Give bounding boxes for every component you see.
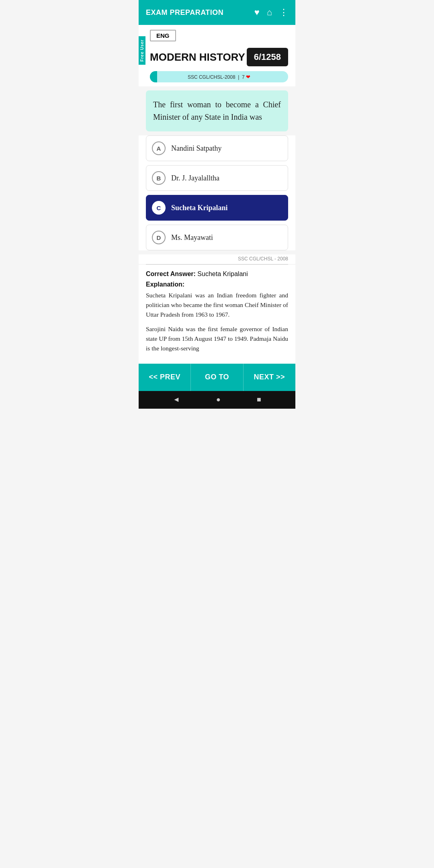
heart-icon[interactable]: ♥ bbox=[254, 7, 260, 18]
question-text: The first woman to become a Chief Minist… bbox=[153, 98, 281, 123]
next-button[interactable]: NEXT >> bbox=[244, 364, 295, 391]
correct-answer-value: Sucheta Kripalani bbox=[197, 270, 248, 277]
option-item-c[interactable]: C Sucheta Kripalani bbox=[146, 195, 288, 221]
bottom-nav: << PREV GO TO NEXT >> bbox=[139, 364, 295, 391]
android-nav-bar: ◄ ● ■ bbox=[139, 391, 295, 409]
top-bar: EXAM PREPARATION ♥ ⌂ ⋮ bbox=[139, 0, 295, 25]
language-button[interactable]: ENG bbox=[150, 30, 176, 41]
app-title: EXAM PREPARATION bbox=[146, 8, 223, 17]
progress-heart-icon: ❤ bbox=[246, 74, 250, 80]
option-label-b: Dr. J. Jayalalltha bbox=[171, 174, 219, 182]
option-circle-d: D bbox=[152, 231, 166, 244]
top-bar-icons: ♥ ⌂ ⋮ bbox=[254, 7, 288, 18]
option-label-a: Nandini Satpathy bbox=[171, 144, 221, 153]
progress-source: SSC CGL/CHSL-2008 bbox=[188, 74, 235, 80]
option-item-b[interactable]: B Dr. J. Jayalalltha bbox=[146, 165, 288, 191]
progress-label: SSC CGL/CHSL-2008 | 7 ❤ bbox=[188, 74, 250, 80]
free-user-badge: Free User bbox=[139, 36, 145, 65]
lang-row: ENG bbox=[139, 25, 295, 45]
android-recents-button[interactable]: ■ bbox=[257, 395, 261, 404]
title-row: MODERN HISTORY 6/1258 bbox=[139, 45, 295, 71]
goto-button[interactable]: GO TO bbox=[190, 364, 243, 391]
progress-bar: SSC CGL/CHSL-2008 | 7 ❤ bbox=[150, 71, 288, 82]
menu-icon[interactable]: ⋮ bbox=[279, 7, 288, 18]
option-item-d[interactable]: D Ms. Mayawati bbox=[146, 225, 288, 250]
explanation-area: Correct Answer: Sucheta Kripalani Explan… bbox=[139, 265, 295, 364]
question-count: 6/1258 bbox=[247, 48, 288, 66]
option-circle-a: A bbox=[152, 141, 166, 155]
option-label-d: Ms. Mayawati bbox=[171, 233, 213, 242]
correct-answer-line: Correct Answer: Sucheta Kripalani bbox=[146, 270, 288, 278]
explanation-text-1: Sucheta Kripalani was an Indian freedom … bbox=[146, 291, 288, 319]
progress-row: SSC CGL/CHSL-2008 | 7 ❤ bbox=[139, 71, 295, 86]
android-back-button[interactable]: ◄ bbox=[173, 395, 180, 404]
option-item-a[interactable]: A Nandini Satpathy bbox=[146, 135, 288, 161]
progress-fill bbox=[150, 71, 157, 82]
question-card: The first woman to become a Chief Minist… bbox=[146, 90, 288, 131]
option-circle-b: B bbox=[152, 171, 166, 185]
correct-answer-label: Correct Answer: bbox=[146, 270, 196, 277]
section-title: MODERN HISTORY bbox=[150, 51, 245, 63]
progress-likes: 7 bbox=[242, 74, 245, 80]
explanation-heading: Explanation: bbox=[146, 281, 288, 288]
prev-button[interactable]: << PREV bbox=[139, 364, 190, 391]
explanation-text-2: Sarojini Naidu was the first female gove… bbox=[146, 324, 288, 353]
source-footer: SSC CGL/CHSL - 2008 bbox=[139, 254, 295, 264]
options-area: A Nandini Satpathy B Dr. J. Jayalalltha … bbox=[139, 135, 295, 250]
home-icon[interactable]: ⌂ bbox=[267, 7, 272, 18]
option-circle-c: C bbox=[152, 201, 166, 215]
option-label-c: Sucheta Kripalani bbox=[171, 204, 228, 212]
android-home-button[interactable]: ● bbox=[216, 395, 221, 404]
